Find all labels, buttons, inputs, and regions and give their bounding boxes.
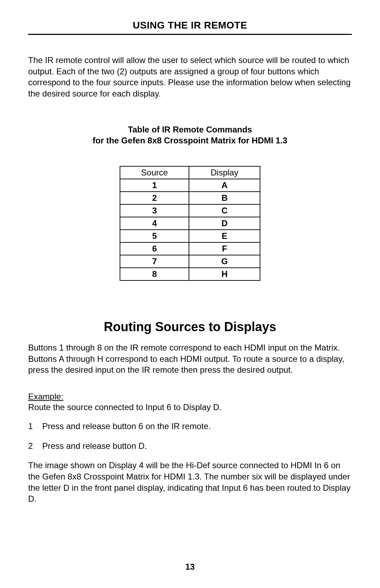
cell-display: E (189, 230, 260, 242)
page-title: USING THE IR REMOTE (28, 20, 352, 35)
table-row: 8H (120, 268, 260, 280)
cell-source: 4 (120, 217, 189, 230)
cell-display: B (189, 192, 260, 204)
cell-display: G (189, 255, 260, 268)
example-steps: 1 Press and release button 6 on the IR r… (28, 421, 352, 451)
table-row: 3C (120, 204, 260, 217)
step-number: 2 (28, 440, 34, 452)
cell-display: D (189, 217, 260, 230)
cell-source: 8 (120, 268, 189, 280)
cell-source: 5 (120, 230, 189, 242)
ir-commands-table: Source Display 1A 2B 3C 4D 5E 6F 7G 8H (120, 166, 260, 281)
table-row: 6F (120, 242, 260, 255)
step-text: Press and release button D. (42, 440, 147, 452)
table-caption-line1: Table of IR Remote Commands (128, 125, 252, 134)
cell-display: H (189, 268, 260, 280)
table-caption-line2: for the Gefen 8x8 Crosspoint Matrix for … (93, 136, 287, 145)
example-description: Route the source connected to Input 6 to… (28, 402, 352, 412)
example-label: Example: (28, 392, 352, 402)
closing-paragraph: The image shown on Display 4 will be the… (28, 460, 352, 505)
cell-display: F (189, 242, 260, 255)
table-row: 7G (120, 255, 260, 268)
cell-source: 1 (120, 179, 189, 192)
cell-source: 2 (120, 192, 189, 204)
cell-display: A (189, 179, 260, 192)
table-row: 2B (120, 192, 260, 204)
list-item: 2 Press and release button D. (28, 440, 352, 452)
intro-paragraph: The IR remote control will allow the use… (28, 55, 352, 99)
table-row: 5E (120, 230, 260, 242)
cell-display: C (189, 204, 260, 217)
table-row: 4D (120, 217, 260, 230)
table-header-source: Source (120, 166, 189, 179)
step-number: 1 (28, 421, 34, 432)
cell-source: 3 (120, 204, 189, 217)
page-number: 13 (0, 562, 380, 572)
step-text: Press and release button 6 on the IR rem… (42, 421, 211, 432)
cell-source: 7 (120, 255, 189, 268)
routing-paragraph: Buttons 1 through 8 on the IR remote cor… (28, 342, 352, 376)
list-item: 1 Press and release button 6 on the IR r… (28, 421, 352, 432)
routing-heading: Routing Sources to Displays (28, 320, 352, 334)
table-header-row: Source Display (120, 166, 260, 179)
table-row: 1A (120, 179, 260, 192)
table-caption: Table of IR Remote Commands for the Gefe… (28, 124, 352, 146)
cell-source: 6 (120, 242, 189, 255)
table-header-display: Display (189, 166, 260, 179)
